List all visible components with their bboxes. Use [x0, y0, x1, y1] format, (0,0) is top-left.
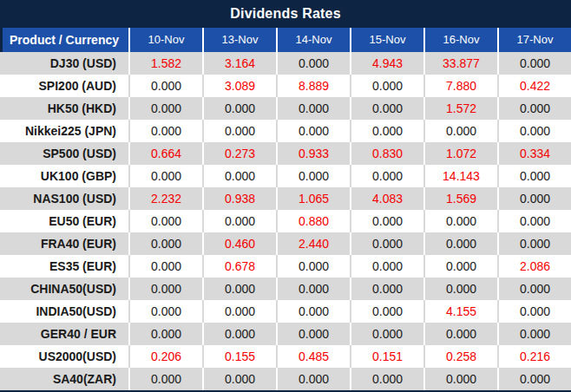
column-header-product-currency: Product / Currency — [3, 28, 128, 52]
rate-cell: 33.877 — [423, 52, 497, 75]
table-row: NAS100 (USD) 2.2320.9381.0654.0831.5690.… — [0, 187, 571, 210]
rate-cell: 0.000 — [128, 210, 202, 232]
rate-cell: 0.155 — [202, 345, 276, 368]
rate-cell: 0.000 — [423, 210, 497, 232]
table-row: EU50 (EUR) 0.0000.0000.8800.0000.0000.00… — [0, 210, 571, 232]
rate-cell: 0.000 — [202, 120, 276, 142]
rate-cell: 0.000 — [276, 120, 350, 142]
rate-cell: 0.000 — [497, 232, 571, 255]
rate-cell: 0.000 — [497, 97, 571, 120]
rate-cell: 2.232 — [128, 187, 202, 210]
rate-cell: 0.000 — [202, 323, 276, 345]
rate-cell: 0.000 — [276, 255, 350, 278]
rate-cell: 0.000 — [128, 300, 202, 323]
rate-cell: 0.485 — [276, 345, 350, 368]
rate-cell: 0.000 — [202, 300, 276, 323]
rate-cell: 4.083 — [350, 187, 423, 210]
rate-cell: 0.000 — [128, 255, 202, 278]
rate-cell: 0.000 — [423, 232, 497, 255]
rate-cell: 2.440 — [276, 232, 350, 255]
rate-cell: 0.000 — [497, 187, 571, 210]
rate-cell: 0.000 — [350, 97, 423, 120]
rate-cell: 0.000 — [128, 232, 202, 255]
rate-cell: 0.000 — [128, 368, 202, 390]
table-row: SA40(ZAR) 0.0000.0000.0000.0000.0000.000 — [0, 368, 571, 390]
product-cell: FRA40 (EUR) — [0, 232, 128, 255]
rate-cell: 4.155 — [423, 300, 497, 323]
rate-cell: 0.000 — [276, 278, 350, 300]
table-header-row: Product / Currency 10-Nov 13-Nov 14-Nov … — [0, 28, 571, 52]
column-header-date-14nov: 14-Nov — [276, 28, 350, 52]
column-header-date-13nov: 13-Nov — [202, 28, 276, 52]
rate-cell: 0.000 — [497, 165, 571, 187]
rate-cell: 0.000 — [128, 75, 202, 97]
table-row: HK50 (HKD) 0.0000.0000.0000.0001.5720.00… — [0, 97, 571, 120]
rate-cell: 0.664 — [128, 142, 202, 165]
product-cell: UK100 (GBP) — [0, 165, 128, 187]
product-cell: INDIA50(USD) — [0, 300, 128, 323]
rate-cell: 0.933 — [276, 142, 350, 165]
rate-cell: 0.000 — [423, 323, 497, 345]
column-header-date-10nov: 10-Nov — [128, 28, 202, 52]
rate-cell: 0.000 — [128, 323, 202, 345]
table-row: INDIA50(USD) 0.0000.0000.0000.0004.1550.… — [0, 300, 571, 323]
table-row: FRA40 (EUR) 0.0000.4602.4400.0000.0000.0… — [0, 232, 571, 255]
rate-cell: 0.206 — [128, 345, 202, 368]
product-cell: ES35 (EUR) — [0, 255, 128, 278]
table-row: ES35 (EUR) 0.0000.6780.0000.0000.0002.08… — [0, 255, 571, 278]
rate-cell: 0.258 — [423, 345, 497, 368]
column-header-date-17nov: 17-Nov — [497, 28, 571, 52]
product-cell: SA40(ZAR) — [0, 368, 128, 390]
rate-cell: 0.000 — [497, 278, 571, 300]
table-row: UK100 (GBP) 0.0000.0000.0000.00014.1430.… — [0, 165, 571, 187]
rate-cell: 0.000 — [423, 368, 497, 390]
rate-cell: 1.072 — [423, 142, 497, 165]
rate-cell: 0.000 — [497, 368, 571, 390]
product-cell: Nikkei225 (JPN) — [0, 120, 128, 142]
rate-cell: 0.000 — [350, 368, 423, 390]
rate-cell: 0.000 — [423, 278, 497, 300]
rate-cell: 1.572 — [423, 97, 497, 120]
rate-cell: 0.000 — [128, 278, 202, 300]
rate-cell: 0.830 — [350, 142, 423, 165]
rate-cell: 0.000 — [497, 323, 571, 345]
table-row: CHINA50(USD) 0.0000.0000.0000.0000.0000.… — [0, 278, 571, 300]
rate-cell: 0.000 — [350, 300, 423, 323]
rate-cell: 0.000 — [202, 210, 276, 232]
column-header-date-15nov: 15-Nov — [350, 28, 423, 52]
rate-cell: 0.000 — [276, 165, 350, 187]
table-row: Nikkei225 (JPN) 0.0000.0000.0000.0000.00… — [0, 120, 571, 142]
rate-cell: 0.000 — [350, 323, 423, 345]
rate-cell: 2.086 — [497, 255, 571, 278]
rate-cell: 14.143 — [423, 165, 497, 187]
rate-cell: 0.273 — [202, 142, 276, 165]
product-cell: GER40 / EUR — [0, 323, 128, 345]
rate-cell: 0.000 — [350, 232, 423, 255]
dividends-rates-panel: Dividends Rates Product / Currency 10-No… — [0, 0, 571, 392]
rate-cell: 0.216 — [497, 345, 571, 368]
page-title: Dividends Rates — [0, 0, 571, 28]
rate-cell: 0.000 — [350, 165, 423, 187]
rate-cell: 0.678 — [202, 255, 276, 278]
rate-cell: 0.000 — [202, 165, 276, 187]
table-body: DJ30 (USD) 1.5823.1640.0004.94333.8770.0… — [0, 52, 571, 392]
rate-cell: 0.000 — [350, 255, 423, 278]
rate-cell: 0.422 — [497, 75, 571, 97]
rate-cell: 7.880 — [423, 75, 497, 97]
rate-cell: 8.889 — [276, 75, 350, 97]
product-cell: NAS100 (USD) — [0, 187, 128, 210]
rate-cell: 0.000 — [423, 255, 497, 278]
rate-cell: 3.089 — [202, 75, 276, 97]
rate-cell: 0.000 — [128, 120, 202, 142]
rate-cell: 0.000 — [350, 75, 423, 97]
rate-cell: 0.000 — [276, 323, 350, 345]
rate-cell: 3.164 — [202, 52, 276, 75]
product-cell: SP500 (USD) — [0, 142, 128, 165]
rate-cell: 0.000 — [276, 52, 350, 75]
rate-cell: 0.000 — [202, 368, 276, 390]
rate-cell: 0.000 — [350, 210, 423, 232]
rate-cell: 4.943 — [350, 52, 423, 75]
rate-cell: 0.334 — [497, 142, 571, 165]
rate-cell: 0.938 — [202, 187, 276, 210]
rate-cell: 0.460 — [202, 232, 276, 255]
